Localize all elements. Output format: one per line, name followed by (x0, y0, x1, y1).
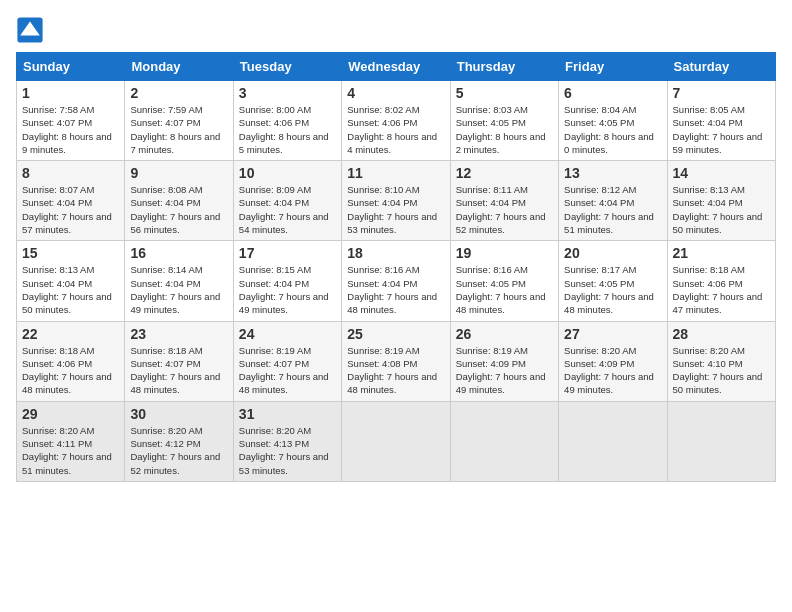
daylight-label: Daylight: 7 hours and 49 minutes. (456, 371, 546, 395)
sunrise-label: Sunrise: 8:03 AM (456, 104, 528, 115)
sunrise-label: Sunrise: 7:59 AM (130, 104, 202, 115)
day-number: 18 (347, 245, 444, 261)
calendar-day-28: 28Sunrise: 8:20 AMSunset: 4:10 PMDayligh… (667, 321, 775, 401)
day-number: 24 (239, 326, 336, 342)
sunrise-label: Sunrise: 8:14 AM (130, 264, 202, 275)
day-number: 20 (564, 245, 661, 261)
day-info: Sunrise: 8:18 AMSunset: 4:07 PMDaylight:… (130, 344, 227, 397)
day-number: 3 (239, 85, 336, 101)
sunrise-label: Sunrise: 8:10 AM (347, 184, 419, 195)
daylight-label: Daylight: 8 hours and 7 minutes. (130, 131, 220, 155)
logo (16, 16, 48, 44)
daylight-label: Daylight: 7 hours and 49 minutes. (130, 291, 220, 315)
daylight-label: Daylight: 7 hours and 51 minutes. (564, 211, 654, 235)
daylight-label: Daylight: 7 hours and 48 minutes. (456, 291, 546, 315)
day-info: Sunrise: 8:13 AMSunset: 4:04 PMDaylight:… (673, 183, 770, 236)
calendar-week-row: 15Sunrise: 8:13 AMSunset: 4:04 PMDayligh… (17, 241, 776, 321)
daylight-label: Daylight: 8 hours and 9 minutes. (22, 131, 112, 155)
daylight-label: Daylight: 7 hours and 50 minutes. (673, 371, 763, 395)
day-number: 6 (564, 85, 661, 101)
sunset-label: Sunset: 4:09 PM (564, 358, 634, 369)
daylight-label: Daylight: 7 hours and 50 minutes. (22, 291, 112, 315)
sunset-label: Sunset: 4:10 PM (673, 358, 743, 369)
daylight-label: Daylight: 7 hours and 48 minutes. (239, 371, 329, 395)
sunrise-label: Sunrise: 8:15 AM (239, 264, 311, 275)
sunrise-label: Sunrise: 8:18 AM (22, 345, 94, 356)
day-info: Sunrise: 8:13 AMSunset: 4:04 PMDaylight:… (22, 263, 119, 316)
column-header-friday: Friday (559, 53, 667, 81)
day-info: Sunrise: 8:18 AMSunset: 4:06 PMDaylight:… (673, 263, 770, 316)
daylight-label: Daylight: 7 hours and 53 minutes. (347, 211, 437, 235)
sunrise-label: Sunrise: 8:13 AM (22, 264, 94, 275)
sunset-label: Sunset: 4:06 PM (22, 358, 92, 369)
day-number: 13 (564, 165, 661, 181)
daylight-label: Daylight: 7 hours and 49 minutes. (239, 291, 329, 315)
calendar-day-2: 2Sunrise: 7:59 AMSunset: 4:07 PMDaylight… (125, 81, 233, 161)
day-info: Sunrise: 8:14 AMSunset: 4:04 PMDaylight:… (130, 263, 227, 316)
day-number: 28 (673, 326, 770, 342)
day-info: Sunrise: 8:12 AMSunset: 4:04 PMDaylight:… (564, 183, 661, 236)
sunset-label: Sunset: 4:07 PM (22, 117, 92, 128)
day-number: 7 (673, 85, 770, 101)
day-number: 21 (673, 245, 770, 261)
calendar-day-27: 27Sunrise: 8:20 AMSunset: 4:09 PMDayligh… (559, 321, 667, 401)
calendar-day-9: 9Sunrise: 8:08 AMSunset: 4:04 PMDaylight… (125, 161, 233, 241)
column-header-monday: Monday (125, 53, 233, 81)
calendar-table: SundayMondayTuesdayWednesdayThursdayFrid… (16, 52, 776, 482)
day-info: Sunrise: 8:20 AMSunset: 4:10 PMDaylight:… (673, 344, 770, 397)
sunset-label: Sunset: 4:08 PM (347, 358, 417, 369)
page-container: SundayMondayTuesdayWednesdayThursdayFrid… (16, 16, 776, 482)
calendar-day-14: 14Sunrise: 8:13 AMSunset: 4:04 PMDayligh… (667, 161, 775, 241)
day-info: Sunrise: 7:58 AMSunset: 4:07 PMDaylight:… (22, 103, 119, 156)
sunset-label: Sunset: 4:05 PM (564, 278, 634, 289)
calendar-day-8: 8Sunrise: 8:07 AMSunset: 4:04 PMDaylight… (17, 161, 125, 241)
daylight-label: Daylight: 7 hours and 56 minutes. (130, 211, 220, 235)
sunrise-label: Sunrise: 8:00 AM (239, 104, 311, 115)
column-header-thursday: Thursday (450, 53, 558, 81)
daylight-label: Daylight: 7 hours and 59 minutes. (673, 131, 763, 155)
day-info: Sunrise: 8:16 AMSunset: 4:04 PMDaylight:… (347, 263, 444, 316)
day-number: 29 (22, 406, 119, 422)
calendar-day-empty (342, 401, 450, 481)
day-info: Sunrise: 8:20 AMSunset: 4:11 PMDaylight:… (22, 424, 119, 477)
daylight-label: Daylight: 7 hours and 54 minutes. (239, 211, 329, 235)
day-info: Sunrise: 8:20 AMSunset: 4:13 PMDaylight:… (239, 424, 336, 477)
day-info: Sunrise: 8:17 AMSunset: 4:05 PMDaylight:… (564, 263, 661, 316)
day-number: 4 (347, 85, 444, 101)
daylight-label: Daylight: 7 hours and 48 minutes. (564, 291, 654, 315)
calendar-day-empty (667, 401, 775, 481)
sunrise-label: Sunrise: 8:19 AM (456, 345, 528, 356)
sunrise-label: Sunrise: 8:07 AM (22, 184, 94, 195)
sunrise-label: Sunrise: 8:02 AM (347, 104, 419, 115)
daylight-label: Daylight: 8 hours and 4 minutes. (347, 131, 437, 155)
sunset-label: Sunset: 4:04 PM (673, 197, 743, 208)
daylight-label: Daylight: 7 hours and 53 minutes. (239, 451, 329, 475)
day-number: 15 (22, 245, 119, 261)
calendar-day-11: 11Sunrise: 8:10 AMSunset: 4:04 PMDayligh… (342, 161, 450, 241)
sunset-label: Sunset: 4:04 PM (239, 197, 309, 208)
calendar-day-4: 4Sunrise: 8:02 AMSunset: 4:06 PMDaylight… (342, 81, 450, 161)
sunset-label: Sunset: 4:07 PM (130, 117, 200, 128)
sunrise-label: Sunrise: 8:20 AM (130, 425, 202, 436)
sunrise-label: Sunrise: 8:16 AM (456, 264, 528, 275)
day-info: Sunrise: 8:15 AMSunset: 4:04 PMDaylight:… (239, 263, 336, 316)
calendar-day-22: 22Sunrise: 8:18 AMSunset: 4:06 PMDayligh… (17, 321, 125, 401)
sunrise-label: Sunrise: 8:20 AM (564, 345, 636, 356)
day-info: Sunrise: 8:10 AMSunset: 4:04 PMDaylight:… (347, 183, 444, 236)
sunrise-label: Sunrise: 8:18 AM (673, 264, 745, 275)
sunrise-label: Sunrise: 8:18 AM (130, 345, 202, 356)
sunrise-label: Sunrise: 8:12 AM (564, 184, 636, 195)
day-number: 31 (239, 406, 336, 422)
sunset-label: Sunset: 4:04 PM (347, 197, 417, 208)
sunset-label: Sunset: 4:04 PM (456, 197, 526, 208)
calendar-day-17: 17Sunrise: 8:15 AMSunset: 4:04 PMDayligh… (233, 241, 341, 321)
day-number: 26 (456, 326, 553, 342)
sunset-label: Sunset: 4:07 PM (130, 358, 200, 369)
calendar-day-30: 30Sunrise: 8:20 AMSunset: 4:12 PMDayligh… (125, 401, 233, 481)
calendar-day-25: 25Sunrise: 8:19 AMSunset: 4:08 PMDayligh… (342, 321, 450, 401)
daylight-label: Daylight: 7 hours and 47 minutes. (673, 291, 763, 315)
calendar-day-3: 3Sunrise: 8:00 AMSunset: 4:06 PMDaylight… (233, 81, 341, 161)
day-info: Sunrise: 7:59 AMSunset: 4:07 PMDaylight:… (130, 103, 227, 156)
sunset-label: Sunset: 4:04 PM (130, 278, 200, 289)
sunset-label: Sunset: 4:07 PM (239, 358, 309, 369)
